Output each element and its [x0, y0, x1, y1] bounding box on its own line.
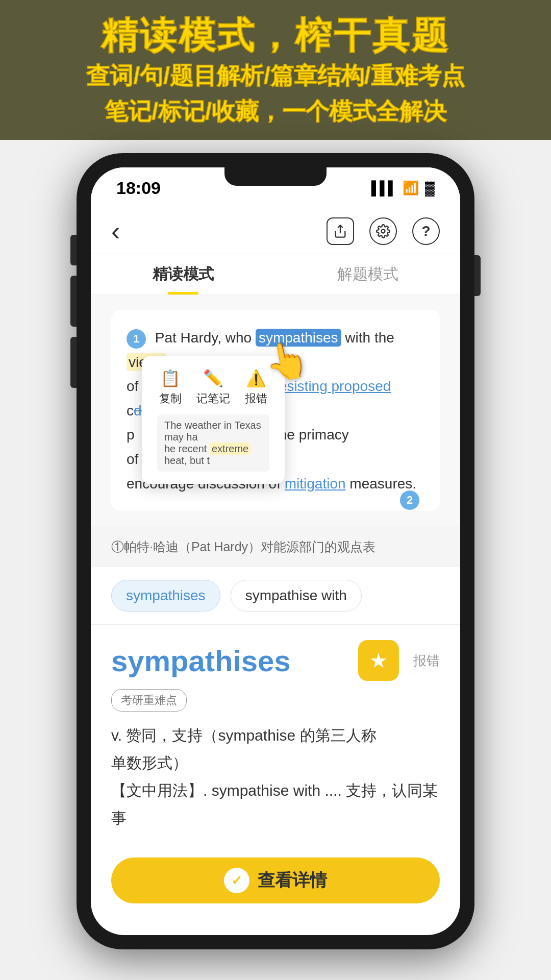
text-before-highlight: Pat Hardy, who [155, 330, 256, 346]
signal-icon: ▌▌▌ [371, 180, 396, 196]
phone-mockup: 18:09 ▌▌▌ 📶 ▓ ‹ [77, 153, 474, 949]
report-icon: ⚠️ [246, 369, 266, 388]
note-label: 记笔记 [196, 391, 230, 406]
dict-tag: 考研重难点 [111, 689, 187, 712]
text-c: c [127, 403, 134, 419]
battery-icon: ▓ [425, 180, 435, 196]
banner-subtitle-2: 笔记/标记/收藏，一个模式全解决 [20, 96, 531, 127]
text-p: p [127, 427, 135, 443]
dict-header: sympathises ★ 报错 [111, 640, 440, 681]
tab-bar: 精读模式 解题模式 [91, 254, 460, 295]
word-tab-sympathises[interactable]: sympathises [111, 580, 220, 611]
help-icon: ? [421, 223, 430, 239]
silent-button [70, 235, 77, 265]
see-details-label: 查看详情 [258, 869, 327, 892]
tab-underline [168, 292, 198, 295]
notch [224, 167, 327, 186]
link-mitigation[interactable]: mitigation [285, 476, 346, 492]
power-button [474, 255, 481, 296]
context-menu-icons: 📋 复制 ✏️ 记笔记 ⚠️ 报错 [157, 369, 269, 406]
dictionary-section: sympathises ★ 报错 考研重难点 v. 赞同，支持（sympathi… [91, 625, 460, 847]
details-icon: ✓ [224, 868, 249, 893]
phone-frame: 18:09 ▌▌▌ 📶 ▓ ‹ [77, 153, 474, 949]
tab-solving[interactable]: 解题模式 [276, 254, 460, 295]
phone-screen: 18:09 ▌▌▌ 📶 ▓ ‹ [91, 167, 460, 935]
text-with: with the [341, 330, 394, 346]
checkmark-icon: ✓ [231, 873, 242, 889]
svg-point-0 [382, 229, 385, 233]
dict-definition: v. 赞同，支持（sympathise 的第三人称单数形式） 【文中用法】. s… [111, 722, 440, 832]
star-icon: ★ [369, 649, 388, 672]
word-tab-sympathise-with[interactable]: sympathise with [231, 580, 362, 611]
paragraph-number-1: 1 [127, 329, 146, 349]
time-display: 18:09 [116, 178, 161, 198]
nav-right-icons: ? [327, 217, 440, 245]
volume-down-button [70, 337, 77, 388]
paragraph-number-2: 2 [400, 491, 419, 510]
passage-block: 1 Pat Hardy, who sympathises with the vi… [111, 310, 440, 511]
copy-label: 复制 [159, 391, 182, 406]
tab-reading[interactable]: 精读模式 [91, 254, 276, 295]
context-note[interactable]: ✏️ 记笔记 [196, 369, 230, 406]
settings-button[interactable] [369, 217, 397, 245]
context-menu: 📋 复制 ✏️ 记笔记 ⚠️ 报错 [142, 356, 285, 484]
banner-subtitle-1: 查词/句/题目解析/篇章结构/重难考点 [20, 61, 531, 91]
report-label: 报错 [245, 391, 267, 406]
help-button[interactable]: ? [412, 217, 440, 245]
report-button[interactable]: 报错 [413, 652, 440, 670]
dict-word: sympathises [111, 644, 290, 678]
volume-up-button [70, 276, 77, 327]
text-measures: measures. [346, 476, 417, 492]
status-icons: ▌▌▌ 📶 ▓ [371, 180, 435, 196]
status-bar: 18:09 ▌▌▌ 📶 ▓ [91, 167, 460, 208]
share-button[interactable] [327, 217, 354, 245]
banner-title: 精读模式，榨干真题 [20, 15, 531, 56]
translation-text: ①帕特·哈迪（Pat Hardy）对能源部门的观点表 [111, 540, 375, 554]
wifi-icon: 📶 [403, 180, 419, 196]
context-tooltip: The weather in Texas may hahe recent ext… [157, 414, 269, 472]
context-report[interactable]: ⚠️ 报错 [245, 369, 267, 406]
content-area: 1 Pat Hardy, who sympathises with the vi… [91, 295, 460, 526]
translation-area: ①帕特·哈迪（Pat Hardy）对能源部门的观点表 [91, 526, 460, 567]
word-tabs: sympathises sympathise with [91, 567, 460, 625]
context-copy[interactable]: 📋 复制 [159, 369, 182, 406]
copy-icon: 📋 [160, 369, 181, 388]
see-details-button[interactable]: ✓ 查看详情 [111, 857, 440, 903]
note-icon: ✏️ [203, 369, 223, 388]
nav-bar: ‹ ? [91, 208, 460, 254]
top-banner: 精读模式，榨干真题 查词/句/题目解析/篇章结构/重难考点 笔记/标记/收藏，一… [0, 0, 551, 140]
star-button[interactable]: ★ [358, 640, 399, 681]
back-button[interactable]: ‹ [111, 216, 120, 247]
cursor-hand: 👆 [261, 336, 312, 385]
